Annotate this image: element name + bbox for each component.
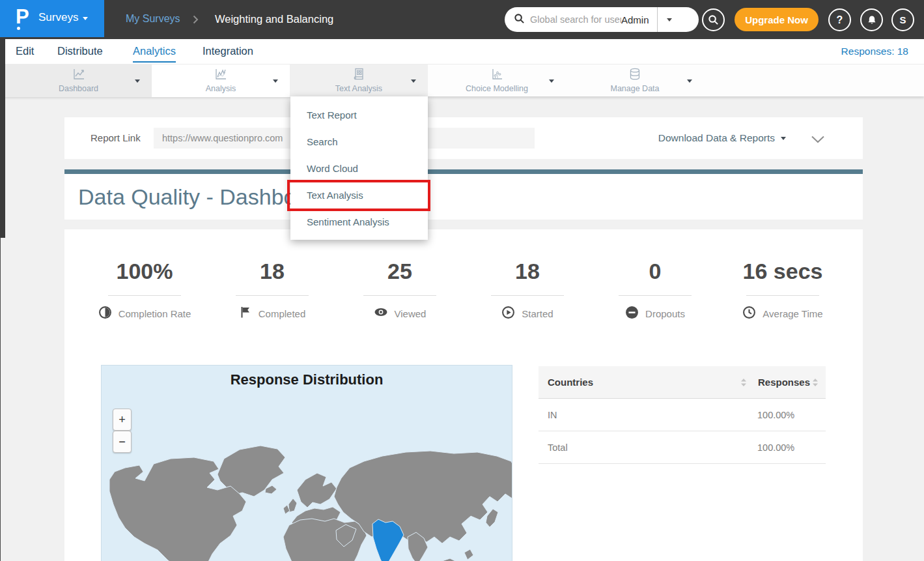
table-row: IN 100.00%	[539, 399, 826, 431]
minus-circle-icon	[625, 306, 639, 322]
questionpro-logo[interactable]: P Surveys	[0, 0, 104, 37]
search-icon	[708, 14, 719, 25]
left-rail	[0, 39, 5, 238]
top-header: P Surveys My Surveys Weighting and Balan…	[0, 0, 924, 39]
divider	[236, 295, 309, 296]
nav-item-distribute[interactable]: Distribute	[57, 39, 103, 63]
text-analysis-menu: Text Report Search Word Cloud Text Analy…	[290, 96, 428, 240]
stat-value: 16 secs	[719, 258, 847, 284]
sort-icon[interactable]	[740, 378, 747, 390]
product-menu[interactable]: Surveys	[38, 11, 78, 24]
chevron-down-icon	[781, 137, 786, 140]
report-link-card: Report Link Download Data & Reports	[64, 117, 863, 159]
chevron-down-icon	[667, 18, 672, 22]
dashboard-card: 100% Completion Rate 18 Completed 25 Vie…	[64, 229, 863, 561]
global-search-bar[interactable]: Admin	[505, 7, 699, 32]
nav-item-edit[interactable]: Edit	[16, 39, 34, 63]
map-country	[464, 549, 473, 560]
sort-icon[interactable]	[812, 378, 819, 390]
country-cell: Total	[548, 431, 568, 464]
stat-viewed: 25 Viewed	[336, 258, 464, 322]
menu-item-sentiment-analysis[interactable]: Sentiment Analysis	[290, 209, 428, 235]
stat-value: 18	[464, 258, 591, 284]
divider	[746, 295, 819, 296]
response-distribution-map: Response Distribution + −	[101, 365, 512, 561]
chevron-down-icon	[273, 79, 278, 83]
stat-value: 0	[591, 258, 719, 284]
table-header-row: Countries Responses	[539, 366, 826, 399]
tab-label: Dashboard	[5, 84, 152, 93]
logo-p-icon: P	[16, 5, 29, 29]
country-cell: IN	[548, 399, 557, 431]
logo-dot-icon	[17, 27, 20, 30]
breadcrumb-chevron-icon	[193, 15, 199, 27]
help-button[interactable]: ?	[828, 8, 851, 31]
bell-icon	[867, 15, 877, 25]
survey-nav: Edit Distribute Analytics Integration Re…	[0, 39, 924, 64]
stat-value: 18	[208, 258, 336, 284]
responses-cell: 100.00%	[757, 399, 794, 431]
text-report-icon	[352, 67, 366, 84]
avatar-initial: S	[899, 14, 906, 25]
world-map[interactable]	[102, 439, 512, 561]
tab-label: Choice Modelling	[428, 84, 566, 93]
upgrade-now-button[interactable]: Upgrade Now	[735, 8, 819, 31]
breadcrumb-parent[interactable]: My Surveys	[126, 13, 180, 25]
tab-analysis[interactable]: Analysis	[152, 65, 290, 97]
collapse-chevron-icon[interactable]	[811, 134, 825, 146]
tab-text-analysis[interactable]: Text Analysis	[290, 65, 428, 97]
map-country-india[interactable]	[372, 519, 404, 561]
column-header-countries[interactable]: Countries	[548, 366, 593, 399]
menu-item-text-analysis[interactable]: Text Analysis	[290, 182, 428, 209]
tab-dashboard[interactable]: Dashboard	[5, 65, 152, 97]
column-header-responses[interactable]: Responses	[758, 366, 810, 399]
divider	[491, 295, 564, 296]
stat-label: Dropouts	[645, 308, 685, 319]
nav-item-analytics[interactable]: Analytics	[133, 39, 176, 63]
stat-value: 100%	[81, 258, 208, 284]
stat-label: Completed	[259, 308, 306, 319]
map-country	[283, 519, 367, 561]
countries-table: Countries Responses IN 100.00% Total 100…	[539, 366, 826, 464]
menu-item-word-cloud[interactable]: Word Cloud	[290, 155, 428, 182]
responses-count: Responses: 18	[841, 39, 908, 64]
stat-completion-rate: 100% Completion Rate	[81, 258, 208, 322]
section-divider-bar	[64, 169, 863, 174]
divider	[108, 295, 181, 296]
scatter-chart-icon	[490, 67, 504, 84]
nav-item-integration[interactable]: Integration	[203, 39, 253, 63]
stat-label: Started	[522, 308, 553, 319]
stat-label: Completion Rate	[119, 308, 191, 319]
global-search-input[interactable]	[530, 14, 621, 25]
menu-item-text-report[interactable]: Text Report	[290, 102, 428, 128]
tab-choice-modelling[interactable]: Choice Modelling	[428, 65, 566, 97]
header-search-button[interactable]	[702, 8, 725, 31]
map-country	[440, 558, 458, 561]
download-data-reports-dropdown[interactable]: Download Data & Reports	[658, 117, 786, 159]
stat-label: Average Time	[763, 308, 822, 319]
clock-icon	[742, 306, 756, 322]
map-zoom-in-button[interactable]: +	[113, 409, 132, 431]
trend-chart-icon	[214, 67, 228, 84]
avatar[interactable]: S	[891, 8, 914, 31]
question-mark-icon: ?	[837, 14, 843, 26]
menu-item-search[interactable]: Search	[290, 128, 428, 155]
notifications-button[interactable]	[860, 8, 883, 31]
line-chart-icon	[72, 67, 86, 84]
tab-label: Manage Data	[566, 84, 704, 93]
analytics-toolbar: Dashboard Analysis Text Analysis Choice …	[0, 64, 924, 96]
stat-average-time: 16 secs Average Time	[719, 258, 847, 322]
search-scope-label: Admin	[621, 14, 649, 25]
divider	[619, 295, 692, 296]
search-scope-dropdown[interactable]	[658, 18, 682, 22]
table-row: Total 100.00%	[539, 431, 826, 464]
half-circle-icon	[98, 306, 112, 322]
flag-icon	[239, 306, 252, 321]
database-icon	[628, 67, 642, 84]
map-title: Response Distribution	[102, 371, 512, 388]
stat-dropouts: 0 Dropouts	[591, 258, 719, 322]
tab-manage-data[interactable]: Manage Data	[566, 65, 704, 97]
tab-label: Analysis	[152, 84, 290, 93]
chevron-down-icon	[135, 79, 140, 83]
responses-cell: 100.00%	[757, 431, 794, 464]
